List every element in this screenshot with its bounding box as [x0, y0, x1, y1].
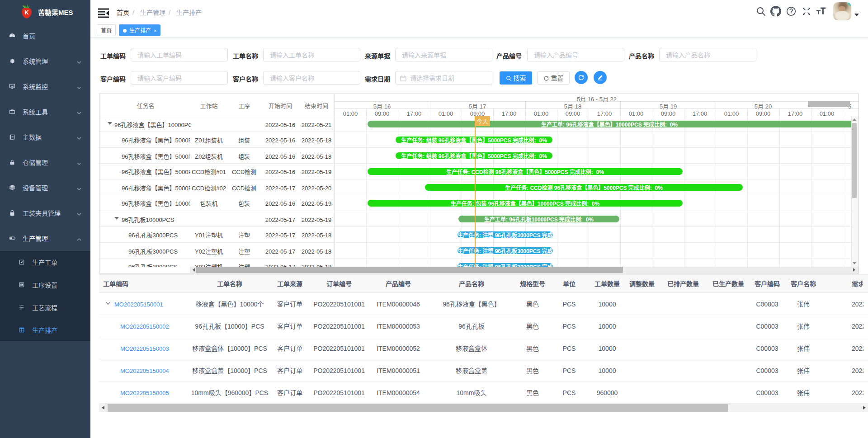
svg-text:K: K — [24, 9, 29, 16]
